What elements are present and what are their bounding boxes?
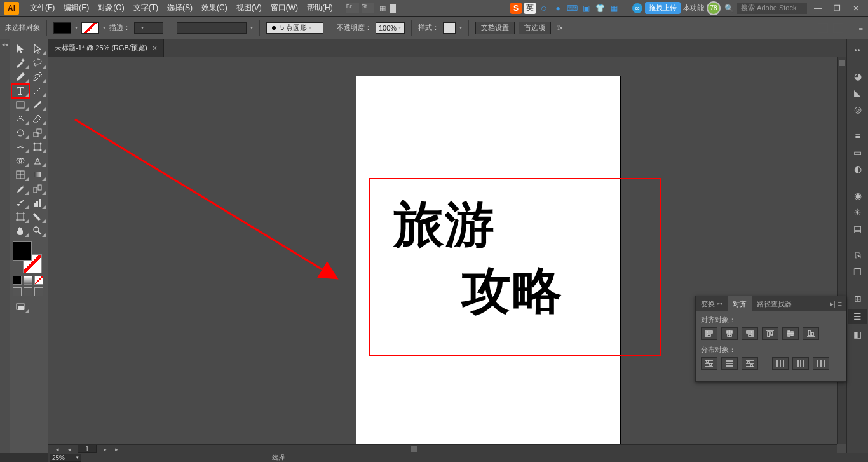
- draw-normal-icon[interactable]: [13, 287, 22, 296]
- prefs-button[interactable]: 首选项: [519, 22, 551, 34]
- text-object-1[interactable]: 旅游: [394, 192, 496, 259]
- mesh-tool[interactable]: [11, 168, 29, 182]
- blend-tool[interactable]: [29, 182, 47, 196]
- close-tab-icon[interactable]: ×: [153, 43, 158, 53]
- draw-behind-icon[interactable]: [24, 287, 32, 296]
- gpu-icon[interactable]: [390, 4, 396, 13]
- graphic-styles-panel-icon[interactable]: ☀: [851, 206, 864, 219]
- stroke-panel-icon[interactable]: ≡: [851, 130, 864, 142]
- menu-object[interactable]: 对象(O): [93, 0, 128, 16]
- last-page-icon[interactable]: ▸I: [113, 446, 122, 452]
- artboards-panel-icon[interactable]: ❐: [851, 266, 864, 278]
- menu-view[interactable]: 视图(V): [232, 0, 266, 16]
- shaper-tool[interactable]: [11, 112, 29, 126]
- rotate-tool[interactable]: [11, 126, 29, 140]
- align-hcenter-button[interactable]: [721, 327, 738, 340]
- appearance-panel-icon[interactable]: ◉: [851, 189, 864, 202]
- document-tab[interactable]: 未标题-1* @ 25% (RGB/预览) ×: [48, 39, 164, 57]
- sogou-ime-icon[interactable]: S: [510, 3, 522, 14]
- bridge-icon[interactable]: Br: [346, 3, 359, 13]
- menu-help[interactable]: 帮助(H): [302, 0, 337, 16]
- align-panel-collapsed-icon[interactable]: ☰: [848, 309, 867, 324]
- tab-align[interactable]: 对齐: [728, 296, 752, 311]
- brush-profile-field[interactable]: 5 点圆形: [266, 22, 323, 34]
- lasso-tool[interactable]: [29, 56, 47, 70]
- style-swatch[interactable]: [443, 22, 456, 34]
- window-minimize-icon[interactable]: ―: [810, 2, 826, 15]
- free-transform-tool[interactable]: [29, 140, 47, 154]
- gradient-panel-icon[interactable]: ▭: [851, 146, 864, 159]
- cloud-icon[interactable]: ∞: [632, 3, 642, 13]
- paintbrush-tool[interactable]: [29, 98, 47, 112]
- eraser-tool[interactable]: [29, 112, 47, 126]
- panel-menu-icon[interactable]: ≡: [838, 300, 842, 308]
- scrollbar-vertical[interactable]: [837, 57, 846, 444]
- color-panel-icon[interactable]: ◕: [851, 70, 864, 83]
- fill-stroke-swatch[interactable]: [53, 22, 71, 34]
- direct-selection-tool[interactable]: [29, 42, 47, 56]
- pen-tool[interactable]: [11, 70, 29, 84]
- magic-wand-tool[interactable]: [11, 56, 29, 70]
- stroke-weight-field[interactable]: [134, 22, 163, 34]
- menu-select[interactable]: 选择(S): [163, 0, 197, 16]
- eyedropper-tool[interactable]: [11, 182, 29, 196]
- transparency-panel-icon[interactable]: ◐: [851, 163, 864, 175]
- color-guide-panel-icon[interactable]: ◣: [851, 86, 864, 99]
- fill-color[interactable]: [13, 241, 32, 261]
- shape-builder-tool[interactable]: [11, 154, 29, 168]
- dist-hcenter-button[interactable]: [792, 357, 809, 370]
- search-icon[interactable]: 🔍: [723, 3, 735, 14]
- layers-panel-icon[interactable]: ▤: [851, 222, 864, 235]
- hand-tool[interactable]: [11, 224, 29, 238]
- panel-menu-icon[interactable]: ≡: [859, 24, 863, 32]
- stroke-swatch[interactable]: [81, 22, 99, 34]
- curvature-tool[interactable]: [29, 70, 47, 84]
- toolbox-handle[interactable]: ◂◂: [0, 39, 10, 453]
- stock-icon[interactable]: St: [362, 3, 374, 13]
- align-left-button[interactable]: [701, 327, 717, 340]
- scale-tool[interactable]: [29, 126, 47, 140]
- menu-file[interactable]: 文件(F): [25, 0, 59, 16]
- dist-top-button[interactable]: [701, 357, 717, 370]
- canvas[interactable]: 旅游 攻略 I◂ ◂ 1 ▸ ▸I: [48, 57, 846, 453]
- artboard-number-field[interactable]: 1: [78, 445, 97, 453]
- ime-user-icon[interactable]: 👕: [594, 3, 606, 14]
- doc-setup-button[interactable]: 文档设置: [475, 22, 515, 34]
- prev-page-icon[interactable]: ◂: [65, 446, 74, 452]
- column-graph-tool[interactable]: [29, 196, 47, 210]
- dist-bottom-button[interactable]: [742, 357, 758, 370]
- dist-vcenter-button[interactable]: [721, 357, 738, 370]
- tab-pathfinder[interactable]: 路径查找器: [752, 296, 797, 311]
- symbol-sprayer-tool[interactable]: [11, 196, 29, 210]
- menu-effect[interactable]: 效果(C): [197, 0, 232, 16]
- color-proxy[interactable]: [11, 241, 43, 273]
- ime-voice-icon[interactable]: ●: [552, 3, 564, 14]
- opacity-field[interactable]: 100%: [376, 22, 405, 34]
- align-bottom-button[interactable]: [803, 327, 819, 340]
- dist-left-button[interactable]: [772, 357, 789, 370]
- menu-window[interactable]: 窗口(W): [266, 0, 302, 16]
- align-panel-icon[interactable]: [818, 23, 828, 33]
- ime-tool-icon[interactable]: ▦: [608, 3, 620, 14]
- swatches-panel-icon[interactable]: ◎: [851, 103, 864, 116]
- slice-tool[interactable]: [29, 210, 47, 224]
- gradient-tool[interactable]: [29, 168, 47, 182]
- align-vcenter-button[interactable]: [782, 327, 799, 340]
- brush-preview[interactable]: [177, 22, 247, 34]
- mini-color-none[interactable]: [34, 276, 43, 285]
- scrollbar-horizontal[interactable]: I◂ ◂ 1 ▸ ▸I: [48, 444, 837, 453]
- sync-badge-icon[interactable]: 78: [707, 1, 721, 15]
- ime-lang[interactable]: 英: [524, 3, 536, 14]
- width-tool[interactable]: [11, 140, 29, 154]
- transform-panel-collapsed-icon[interactable]: ⊞: [851, 292, 864, 305]
- first-page-icon[interactable]: I◂: [52, 446, 61, 452]
- zoom-tool[interactable]: [29, 224, 47, 238]
- zoom-field[interactable]: 25%: [50, 454, 81, 462]
- window-restore-icon[interactable]: ❐: [829, 2, 845, 15]
- perspective-grid-tool[interactable]: [29, 154, 47, 168]
- text-object-2[interactable]: 攻略: [461, 258, 563, 325]
- stock-search-input[interactable]: 搜索 Adobe Stock: [737, 3, 807, 14]
- menu-type[interactable]: 文字(T): [129, 0, 163, 16]
- line-segment-tool[interactable]: [29, 84, 47, 98]
- pathfinder-panel-collapsed-icon[interactable]: ◧: [851, 328, 864, 341]
